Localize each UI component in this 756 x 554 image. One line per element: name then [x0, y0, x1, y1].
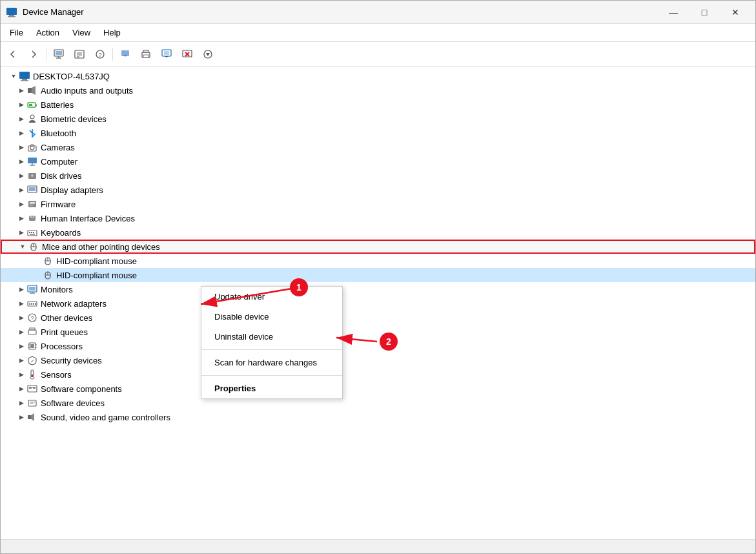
menu-action[interactable]: Action — [30, 25, 66, 40]
cameras-expander[interactable]: ▶ — [16, 142, 26, 152]
batteries-icon — [26, 99, 38, 110]
root-expander[interactable]: ▼ — [8, 71, 19, 81]
context-menu-scan[interactable]: Scan for hardware changes — [201, 353, 342, 373]
swdev-expander[interactable]: ▶ — [16, 398, 26, 408]
context-menu-sep-2 — [201, 375, 342, 376]
forward-button[interactable] — [24, 45, 43, 63]
computer-expander[interactable]: ▶ — [16, 156, 26, 167]
svg-rect-54 — [31, 232, 32, 233]
scan-changes-button[interactable] — [157, 45, 176, 63]
print-label: Print queues — [41, 327, 88, 337]
hid-icon — [26, 212, 38, 224]
tree-item-audio[interactable]: ▶ Audio inputs and outputs — [1, 83, 755, 97]
tree-item-keyboards[interactable]: ▶ Keyboards — [1, 225, 755, 240]
svg-rect-32 — [36, 105, 37, 107]
svg-rect-27 — [22, 79, 27, 80]
tree-item-other[interactable]: ▶ ? Other devices — [1, 311, 755, 325]
tree-item-cameras[interactable]: ▶ Cameras — [1, 140, 755, 154]
disk-expander[interactable]: ▶ — [16, 170, 26, 181]
computer-view-icon — [54, 49, 64, 59]
sound-icon — [26, 411, 38, 423]
tree-item-biometric[interactable]: ▶ Biometric devices — [1, 112, 755, 126]
tree-item-mice[interactable]: ▼ Mice and other pointing devices — [1, 240, 755, 254]
tree-item-batteries[interactable]: ▶ Batteries — [1, 97, 755, 112]
swcomp-expander[interactable]: ▶ — [16, 384, 26, 394]
processors-expander[interactable]: ▶ — [16, 341, 26, 351]
svg-rect-73 — [33, 303, 34, 305]
svg-rect-56 — [30, 234, 35, 235]
maximize-button[interactable]: □ — [690, 2, 719, 23]
svg-rect-46 — [30, 203, 35, 204]
tree-item-firmware[interactable]: ▶ Firmware — [1, 197, 755, 211]
context-menu-properties[interactable]: Properties — [201, 378, 342, 398]
main-area: ▼ DESKTOP-4L537JQ ▶ Audio inputs and out… — [1, 67, 755, 539]
menu-view[interactable]: View — [66, 25, 97, 40]
disk-label: Disk drives — [41, 171, 82, 181]
tree-item-network[interactable]: ▶ Network adapters — [1, 296, 755, 311]
update-driver-icon — [120, 49, 130, 59]
tree-item-computer[interactable]: ▶ Computer — [1, 154, 755, 169]
display-label: Display adapters — [41, 185, 103, 195]
svg-marker-30 — [32, 86, 36, 95]
tree-item-bluetooth[interactable]: ▶ Bluetooth — [1, 126, 755, 140]
audio-expander[interactable]: ▶ — [16, 85, 26, 96]
context-menu-update[interactable]: Update driver — [201, 287, 342, 307]
tree-item-hid[interactable]: ▶ Human Interface Devices — [1, 211, 755, 225]
keyboards-label: Keyboards — [41, 228, 81, 238]
tree-item-security[interactable]: ▶ ✓ Security devices — [1, 353, 755, 367]
tree-root[interactable]: ▼ DESKTOP-4L537JQ — [1, 69, 755, 83]
context-menu-uninstall[interactable]: Uninstall device — [201, 327, 342, 347]
svg-rect-47 — [30, 205, 33, 205]
mice-expander[interactable]: ▼ — [17, 241, 28, 252]
tree-item-swcomp[interactable]: ▶ Software components — [1, 382, 755, 396]
remove-device-button[interactable] — [178, 45, 197, 63]
tree-item-display[interactable]: ▶ Display adapters — [1, 183, 755, 197]
close-button[interactable]: ✕ — [720, 2, 750, 23]
svg-rect-0 — [6, 8, 17, 15]
device-tree[interactable]: ▼ DESKTOP-4L537JQ ▶ Audio inputs and out… — [1, 67, 755, 539]
svg-rect-45 — [30, 202, 35, 203]
update-driver-button[interactable] — [116, 45, 135, 63]
svg-rect-50 — [33, 216, 34, 218]
tree-item-sound[interactable]: ▶ Sound, video and game controllers — [1, 410, 755, 424]
properties-button[interactable] — [70, 45, 89, 63]
computer-view-button[interactable] — [49, 45, 68, 63]
tree-item-print[interactable]: ▶ Print queues — [1, 325, 755, 339]
help-button[interactable]: ? — [90, 45, 110, 63]
display-expander[interactable]: ▶ — [16, 185, 26, 195]
tree-item-monitors[interactable]: ▶ Monitors — [1, 282, 755, 296]
sound-expander[interactable]: ▶ — [16, 412, 26, 422]
toolbar-sep-2 — [112, 48, 113, 61]
tree-item-processors[interactable]: ▶ Processors — [1, 339, 755, 353]
back-button[interactable] — [3, 45, 23, 63]
install-legacy-button[interactable] — [198, 45, 218, 63]
network-expander[interactable]: ▶ — [16, 298, 26, 309]
hid-expander[interactable]: ▶ — [16, 213, 26, 223]
other-expander[interactable]: ▶ — [16, 313, 26, 323]
biometric-expander[interactable]: ▶ — [16, 114, 26, 124]
firmware-expander[interactable]: ▶ — [16, 199, 26, 209]
minimize-button[interactable]: — — [659, 2, 688, 23]
bluetooth-expander[interactable]: ▶ — [16, 128, 26, 138]
print-expander[interactable]: ▶ — [16, 327, 26, 337]
tree-item-disk[interactable]: ▶ Disk drives — [1, 169, 755, 183]
svg-rect-89 — [28, 385, 37, 392]
tree-item-swdev[interactable]: ▶ Software devices — [1, 396, 755, 410]
svg-rect-77 — [28, 330, 36, 334]
swdev-icon — [26, 397, 38, 409]
tree-item-hid-mouse-2[interactable]: ▶ HID-compliant mouse — [1, 268, 755, 282]
sensors-expander[interactable]: ▶ — [16, 369, 26, 380]
batteries-expander[interactable]: ▶ — [16, 99, 26, 110]
tree-item-sensors[interactable]: ▶ Sensors — [1, 367, 755, 382]
svg-rect-33 — [29, 104, 32, 106]
menu-help[interactable]: Help — [97, 25, 127, 40]
menu-file[interactable]: File — [3, 25, 30, 40]
biometric-icon — [26, 113, 38, 125]
tree-item-hid-mouse-1[interactable]: ▶ HID-compliant mouse — [1, 254, 755, 268]
keyboards-expander[interactable]: ▶ — [16, 227, 26, 238]
context-menu-disable[interactable]: Disable device — [201, 307, 342, 327]
svg-rect-2 — [8, 16, 15, 17]
print-button[interactable] — [136, 45, 156, 63]
monitors-expander[interactable]: ▶ — [16, 284, 26, 294]
security-expander[interactable]: ▶ — [16, 355, 26, 365]
